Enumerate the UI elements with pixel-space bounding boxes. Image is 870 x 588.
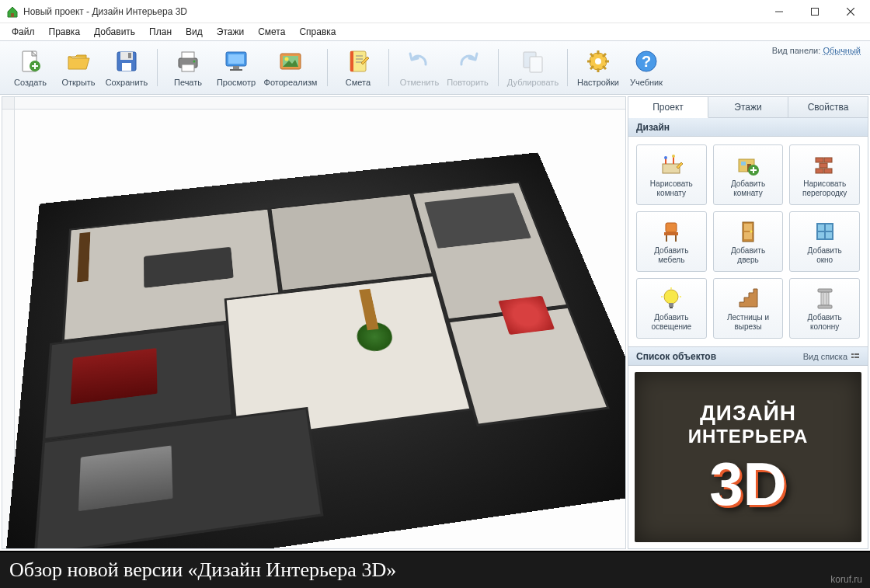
svg-point-64 [664, 290, 678, 304]
photorealism-button[interactable]: Фотореализм [260, 43, 321, 92]
save-button[interactable]: Сохранить [103, 43, 151, 92]
svg-rect-65 [669, 303, 673, 307]
minimize-button[interactable] [761, 0, 797, 23]
svg-rect-77 [851, 357, 854, 358]
content: Проект Этажи Свойства Дизайн Нарисоватьк… [0, 95, 870, 551]
menu-edit[interactable]: Правка [42, 24, 88, 40]
svg-rect-70 [821, 292, 829, 305]
svg-rect-75 [851, 353, 854, 355]
svg-point-60 [750, 230, 752, 232]
add-door-button[interactable]: Добавитьдверь [713, 211, 784, 272]
redo-icon [454, 48, 481, 75]
add-room-icon [736, 152, 760, 177]
canvas-area [2, 96, 626, 549]
redo-button[interactable]: Повторить [444, 43, 492, 92]
duplicate-button[interactable]: Дублировать [505, 43, 561, 92]
maximize-button[interactable] [797, 0, 833, 23]
undo-button[interactable]: Отменить [395, 43, 444, 92]
create-button[interactable]: Создать [6, 43, 54, 92]
svg-rect-2 [812, 8, 819, 15]
list-view-toggle[interactable]: Вид списка [803, 352, 860, 361]
print-button[interactable]: Печать [164, 43, 212, 92]
add-lighting-button[interactable]: Добавитьосвещение [636, 278, 707, 339]
svg-rect-41 [663, 164, 680, 173]
svg-rect-50 [820, 163, 827, 168]
estimate-button[interactable]: Смета [334, 43, 382, 92]
svg-rect-18 [230, 69, 242, 71]
svg-rect-12 [182, 52, 194, 58]
app-icon [6, 5, 19, 18]
svg-rect-52 [824, 169, 832, 173]
settings-button[interactable]: Настройки [574, 43, 622, 92]
duplicate-icon [520, 48, 546, 75]
panel-mode-link[interactable]: Обычный [823, 46, 861, 55]
bulb-icon [659, 286, 684, 311]
caption-bar: Обзор новой версии «Дизайн Интерьера 3D»… [0, 551, 870, 588]
sidebar: Проект Этажи Свойства Дизайн Нарисоватьк… [628, 96, 868, 549]
column-icon [813, 286, 837, 311]
draw-room-button[interactable]: Нарисоватькомнату [636, 144, 707, 205]
open-button[interactable]: Открыть [54, 43, 103, 92]
window-controls [761, 0, 868, 23]
add-stairs-button[interactable]: Лестницы ивырезы [713, 278, 784, 339]
tab-properties[interactable]: Свойства [788, 97, 868, 117]
caption-text: Обзор новой версии «Дизайн Интерьера 3D» [9, 558, 396, 582]
viewport-3d[interactable] [15, 110, 625, 548]
add-room-button[interactable]: Добавитькомнату [713, 144, 784, 205]
product-logo: ДИЗАЙН ИНТЕРЬЕРА 3D [635, 372, 861, 542]
svg-rect-49 [824, 158, 832, 162]
add-window-button[interactable]: Добавитьокно [789, 211, 860, 272]
menu-help[interactable]: Справка [292, 24, 343, 40]
open-folder-icon [65, 48, 92, 75]
ruler-corner [2, 97, 15, 110]
menu-add[interactable]: Добавить [87, 24, 142, 40]
svg-rect-76 [854, 353, 859, 355]
svg-point-21 [285, 57, 289, 61]
svg-rect-72 [818, 305, 832, 308]
add-column-button[interactable]: Добавитьколонну [789, 278, 860, 339]
close-button[interactable] [833, 0, 868, 23]
svg-rect-59 [744, 232, 752, 239]
svg-rect-16 [228, 54, 244, 64]
draw-room-icon [659, 152, 684, 177]
gear-icon [585, 48, 611, 75]
svg-point-43 [672, 155, 675, 158]
svg-rect-71 [818, 289, 832, 292]
printer-icon [175, 48, 201, 75]
objects-section: Список объектов Вид списка ДИЗАЙН ИНТЕРЬ… [628, 347, 868, 549]
monitor-icon [223, 48, 249, 75]
svg-rect-48 [816, 158, 823, 162]
add-furniture-button[interactable]: Добавитьмебель [636, 211, 707, 272]
toolbar: Создать Открыть Сохранить Печать Просмот… [0, 40, 870, 95]
stairs-icon [736, 286, 760, 311]
svg-rect-13 [182, 64, 194, 71]
svg-rect-58 [744, 224, 752, 231]
svg-rect-51 [816, 169, 823, 173]
menu-estimate[interactable]: Смета [251, 24, 292, 40]
watermark: koruf.ru [830, 574, 862, 585]
svg-rect-54 [664, 232, 678, 235]
wall-icon [813, 152, 837, 177]
list-icon [851, 352, 860, 361]
design-section: Дизайн Нарисоватькомнату Добавитькомнату… [628, 118, 868, 347]
svg-rect-53 [666, 223, 677, 232]
draw-wall-button[interactable]: Нарисоватьперегородку [789, 144, 860, 205]
undo-icon [406, 48, 433, 75]
svg-rect-45 [741, 162, 746, 165]
tutorial-button[interactable]: ? Учебник [622, 43, 670, 92]
svg-point-30 [595, 58, 601, 64]
tab-floors[interactable]: Этажи [708, 97, 788, 117]
preview-button[interactable]: Просмотр [212, 43, 260, 92]
panel-mode: Вид панели: Обычный [772, 46, 861, 55]
save-disk-icon [113, 48, 140, 75]
titlebar: Новый проект - Дизайн Интерьера 3D [0, 0, 870, 23]
menu-floors[interactable]: Этажи [210, 24, 251, 40]
menu-plan[interactable]: План [142, 24, 179, 40]
objects-header: Список объектов Вид списка [628, 347, 868, 366]
tab-project[interactable]: Проект [628, 97, 708, 118]
menu-view[interactable]: Вид [179, 24, 210, 40]
svg-rect-17 [233, 66, 239, 69]
menu-file[interactable]: Файл [5, 24, 42, 40]
svg-rect-78 [854, 357, 859, 358]
svg-rect-0 [11, 13, 14, 17]
